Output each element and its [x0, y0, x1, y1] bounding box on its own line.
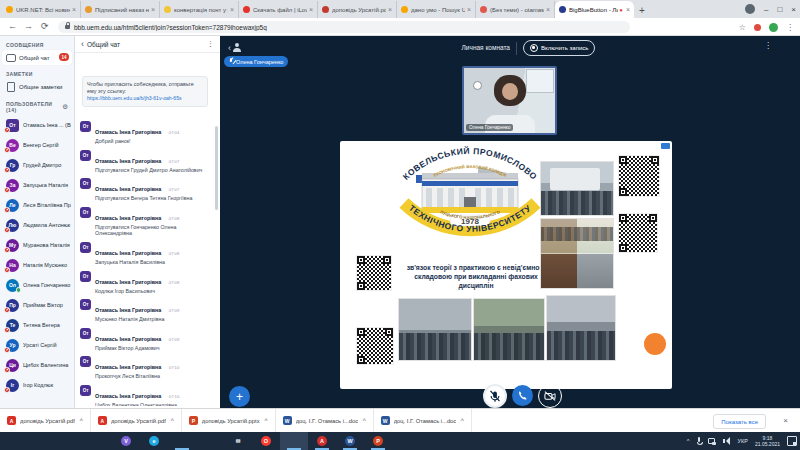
taskbar-app-button[interactable]: W — [336, 432, 364, 450]
sidebar-item-shared-notes[interactable]: Общие заметки — [2, 79, 72, 94]
user-list-item[interactable]: Те Тетяна Вегера — [0, 315, 74, 335]
action-center-icon[interactable] — [787, 436, 797, 446]
taskbar-app-button[interactable]: P — [364, 432, 392, 450]
hidden-icons-chevron-icon[interactable]: ^ — [687, 438, 690, 444]
tray-microphone-icon[interactable] — [697, 437, 701, 445]
user-list-item[interactable]: Ве Венгер Сергій — [0, 135, 74, 155]
minimize-window-button[interactable]: – — [764, 5, 768, 14]
taskbar-app-button[interactable] — [280, 432, 308, 450]
browser-tab[interactable]: доповідь Урсатій.pdf × — [318, 1, 397, 18]
message-text: Прокопчук Леся Віталіївна — [95, 373, 213, 380]
close-tab-icon[interactable]: × — [151, 6, 155, 13]
maximize-window-button[interactable]: □ — [777, 5, 782, 14]
taskbar-app-button[interactable] — [196, 432, 224, 450]
taskbar-app-button[interactable]: A — [308, 432, 336, 450]
notes-item-label: Общие заметки — [19, 84, 62, 90]
user-list-item[interactable]: Пр Приймак Віктор — [0, 295, 74, 315]
download-item-menu-icon[interactable]: ^ — [171, 417, 174, 424]
messages-section-label: СООБЩЕНИЯ — [6, 42, 74, 48]
close-tab-icon[interactable]: × — [72, 6, 76, 13]
tray-people-icon[interactable] — [708, 438, 716, 445]
browser-tab[interactable]: BigBlueButton - Личн... ● × — [555, 1, 634, 18]
taskbar-app-button[interactable] — [56, 432, 84, 450]
close-tab-icon[interactable]: × — [230, 6, 234, 13]
download-item-menu-icon[interactable]: ^ — [265, 417, 268, 424]
chat-options-icon[interactable]: ⋮ — [207, 40, 214, 48]
browser-tab[interactable]: дано умо - Пошук UKR.N... × — [397, 1, 476, 18]
taskbar-app-button[interactable]: ✉ — [224, 432, 252, 450]
user-list-item[interactable]: Іг Ігор Кодлюк — [0, 375, 74, 395]
language-indicator[interactable]: УКР — [738, 438, 748, 444]
presentation-surface[interactable]: 1978 КОВЕЛЬСЬКИЙ ПРОМИСЛОВО ЕКОНОМІЧНИЙ … — [340, 141, 672, 389]
meeting-options-icon[interactable]: ⋮ — [764, 41, 772, 50]
taskbar-app-button[interactable]: O — [252, 432, 280, 450]
close-window-button[interactable]: × — [791, 5, 796, 14]
toggle-userlist-button[interactable]: ‹ — [228, 42, 244, 54]
user-list-item[interactable]: На Наталія Мусюнко — [0, 255, 74, 275]
tab-favicon-icon — [401, 6, 408, 13]
clock[interactable]: 9:18 21.05.2021 — [755, 435, 780, 448]
close-tab-icon[interactable]: × — [546, 6, 550, 13]
close-download-bar-icon[interactable]: × — [783, 416, 788, 425]
lock-icon — [65, 25, 70, 29]
leave-audio-button[interactable] — [512, 385, 533, 406]
browser-tab[interactable]: Підписаний наказ на КПІ... × — [81, 1, 160, 18]
user-list-item[interactable]: Гр Грудей Дмитро — [0, 155, 74, 175]
back-button[interactable]: ← — [8, 21, 17, 31]
address-bar[interactable]: bbb.uem.edu.ua/html5client/join?sessionT… — [58, 21, 630, 33]
taskbar-app-button[interactable]: e — [140, 432, 168, 450]
start-recording-button[interactable]: Включить запись — [523, 40, 595, 56]
minimize-presentation-button[interactable] — [661, 143, 670, 149]
taskbar-app-button[interactable]: V — [112, 432, 140, 450]
browser-tab[interactable]: конвертація понт у пдф... × — [160, 1, 239, 18]
gear-icon[interactable]: ⚙ — [62, 103, 68, 111]
browser-menu-icon[interactable]: ⋮ — [786, 23, 794, 32]
share-webcam-button[interactable] — [538, 384, 562, 408]
meeting-invite-link[interactable]: https://bbb.uem.edu.ua/b/jh3-61v-oah-65s — [87, 95, 203, 102]
download-item[interactable]: A доповідь Урсатій.pdf ^ — [91, 409, 182, 433]
account-avatar[interactable] — [769, 23, 778, 32]
chat-scrollbar[interactable] — [215, 126, 218, 210]
download-item[interactable]: P доповідь Урсатій.pptx ^ — [182, 409, 276, 433]
download-item-menu-icon[interactable]: ^ — [80, 417, 83, 424]
sidebar-item-public-chat[interactable]: Общий чат 14 — [2, 50, 72, 65]
taskbar-app-icon — [177, 436, 187, 446]
close-tab-icon[interactable]: × — [467, 6, 471, 13]
taskbar-app-icon — [289, 436, 299, 446]
browser-profile-avatar[interactable] — [745, 4, 755, 14]
reload-button[interactable]: ⟳ — [41, 21, 49, 31]
user-list-item[interactable]: Ле Леся Віталіївна Пр... — [0, 195, 74, 215]
taskbar-app-button[interactable] — [84, 432, 112, 450]
close-tab-icon[interactable]: × — [388, 6, 392, 13]
download-item[interactable]: W доц. І.Г. Отамась і...doc ^ — [374, 409, 472, 433]
user-list-item[interactable]: От Отамась Інна ... (Вы) — [0, 115, 74, 135]
browser-tab[interactable]: Скачать файл | iLovePDF × — [239, 1, 318, 18]
taskbar-app-button[interactable] — [0, 432, 28, 450]
close-tab-icon[interactable]: × — [309, 6, 313, 13]
webcam-tile[interactable]: Олена Гончаренко — [462, 66, 557, 135]
browser-tab[interactable]: UKR.NET: Всі новини Укр... × — [2, 1, 81, 18]
bookmark-star-icon[interactable]: ☆ — [739, 23, 746, 32]
browser-tab[interactable]: (Без теми) - otamasinna@... × — [476, 1, 555, 18]
mute-microphone-button[interactable] — [483, 384, 507, 408]
user-list-item[interactable]: Му Муранова Наталія — [0, 235, 74, 255]
taskbar-app-button[interactable] — [168, 432, 196, 450]
user-list-item[interactable]: Лю Людмила Антонюк — [0, 215, 74, 235]
taskbar-app-button[interactable] — [28, 432, 56, 450]
new-tab-button[interactable]: + — [634, 2, 650, 18]
user-list-item[interactable]: Ол Олена Гончаренко — [0, 275, 74, 295]
show-all-downloads-button[interactable]: Показать все — [713, 414, 766, 429]
user-list-item[interactable]: За Запуцька Наталія — [0, 175, 74, 195]
download-item-menu-icon[interactable]: ^ — [363, 417, 366, 424]
forward-button[interactable]: → — [24, 21, 33, 31]
download-item-menu-icon[interactable]: ^ — [461, 417, 464, 424]
actions-plus-button[interactable]: + — [229, 386, 250, 407]
download-item[interactable]: A доповідь Урсатій.pdf ^ — [0, 409, 91, 433]
chevron-left-icon[interactable]: ‹ — [81, 39, 84, 49]
tray-volume-icon[interactable] — [723, 437, 731, 445]
user-list-item[interactable]: Ци Цибох Валентина — [0, 355, 74, 375]
user-list-item[interactable]: Ур Урсаті Сергій — [0, 335, 74, 355]
download-item[interactable]: W доц. І.Г. Отамась і...doc ^ — [276, 409, 374, 433]
close-tab-icon[interactable]: × — [626, 6, 630, 13]
extension-icon[interactable] — [754, 24, 761, 31]
